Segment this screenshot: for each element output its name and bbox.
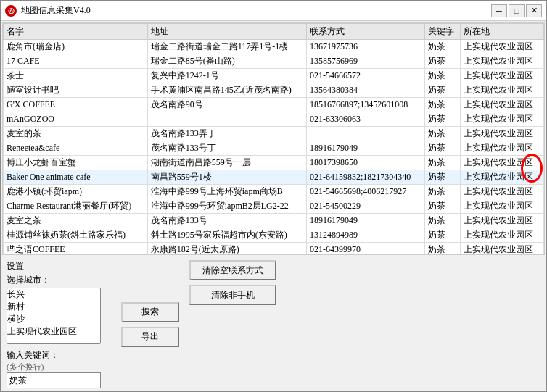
table-row[interactable]: G'X COFFEE茂名南路90号18516766897;13452601008… [4, 98, 544, 112]
city-option[interactable]: 新村 [7, 301, 100, 313]
maximize-button[interactable]: □ [509, 4, 525, 17]
table-cell: G'X COFFEE [4, 98, 148, 112]
table-cell: 上实现代农业园区 [460, 185, 543, 199]
window-title: 地图信息采集V4.0 [21, 4, 491, 17]
table-row[interactable]: 桂源铺丝袜奶茶(斜土路家乐福)斜土路1995号家乐福超市内(东安路)131248… [4, 228, 544, 243]
table-row[interactable]: 陋室设计书吧手术黄浦区南昌路145乙(近茂名南路)13564380384奶茶上实… [4, 83, 544, 98]
table-cell: 上实现代农业园区 [460, 54, 543, 69]
table-cell: mAnGOZOO [4, 112, 148, 127]
city-option[interactable]: 横沙 [7, 313, 100, 325]
city-select-group: 选择城市： 长兴新村横沙上实现代农业园区 [7, 274, 101, 345]
col-header-address: 地址 [147, 24, 306, 40]
left-buttons: 搜索 导出 [121, 260, 179, 388]
table-header-row: 名字 地址 联系方式 关键字 所在地 [4, 24, 544, 40]
table-row[interactable]: 鹿角市(瑞金店)瑞金二路街道瑞金二路117弄1号-1楼13671975736奶茶… [4, 40, 544, 54]
table-cell: 上实现代农业园区 [460, 170, 543, 185]
city-option[interactable]: 长兴 [7, 288, 100, 301]
export-button[interactable]: 导出 [121, 327, 179, 347]
table-cell: 021-54665698;4006217927 [306, 185, 424, 199]
table-cell [306, 127, 424, 141]
table-cell: 13564380384 [306, 83, 424, 98]
select-city-label: 选择城市： [7, 274, 101, 286]
table-cell: 陋室设计书吧 [4, 83, 148, 98]
table-cell: 茂名南路90号 [147, 98, 306, 112]
table-cell: 奶茶 [424, 127, 460, 141]
table-row[interactable]: 麦室之茶茂名南路133号18916179049奶茶上实现代农业园区 [4, 214, 544, 228]
table-cell: 茂名南路133号 [147, 214, 306, 228]
table-cell: 奶茶 [424, 228, 460, 243]
table-cell: 奶茶 [424, 243, 460, 256]
data-table-container[interactable]: 名字 地址 联系方式 关键字 所在地 鹿角市(瑞金店)瑞金二路街道瑞金二路117… [2, 22, 545, 255]
table-cell: 奶茶 [424, 170, 460, 185]
table-row[interactable]: Baker One animate cafe南昌路559号1楼021-64159… [4, 170, 544, 185]
table-cell: 奶茶 [424, 83, 460, 98]
table-cell: 湖南街道南昌路559号一层 [147, 156, 306, 170]
search-button[interactable]: 搜索 [121, 302, 179, 322]
table-cell: 上实现代农业园区 [460, 243, 543, 256]
table-cell: 奶茶 [424, 141, 460, 156]
table-cell: 上实现代农业园区 [460, 127, 543, 141]
col-header-keyword: 关键字 [424, 24, 460, 40]
clear-contact-button[interactable]: 清除空联系方式 [189, 260, 276, 280]
table-cell: 奶茶 [424, 199, 460, 214]
table-cell: 奶茶 [424, 54, 460, 69]
table-row[interactable]: 博庄小龙虾百宝蟹湖南街道南昌路559号一层18017398650奶茶上实现代农业… [4, 156, 544, 170]
city-select[interactable]: 长兴新村横沙上实现代农业园区 [7, 288, 101, 344]
table-cell: 上实现代农业园区 [460, 83, 543, 98]
table-cell: 18017398650 [306, 156, 424, 170]
table-cell: 淮海中路999号环贸iapmB2层LG2-22 [147, 199, 306, 214]
table-row[interactable]: Reneetea&cafe茂名南路133号丁18916179049奶茶上实现代农… [4, 141, 544, 156]
table-cell: 茶士 [4, 69, 148, 83]
table-cell: 上实现代农业园区 [460, 98, 543, 112]
keyword-input[interactable] [7, 372, 101, 388]
table-cell: 上实现代农业园区 [460, 199, 543, 214]
table-row[interactable]: 茶士复兴中路1242-1号021-54666572奶茶上实现代农业园区 [4, 69, 544, 83]
table-cell: 鹿港小镇(环贸iapm) [4, 185, 148, 199]
clear-mobile-button[interactable]: 清除非手机 [189, 285, 276, 305]
table-cell: 18516766897;13452601008 [306, 98, 424, 112]
table-cell: 上实现代农业园区 [460, 40, 543, 54]
table-cell: 哔之语COFFEE [4, 243, 148, 256]
col-header-contact: 联系方式 [306, 24, 424, 40]
bottom-panel: 设置 选择城市： 长兴新村横沙上实现代农业园区 输入关键词： (多个换行) 搜索… [1, 257, 546, 391]
table-cell: 上实现代农业园区 [460, 228, 543, 243]
table-row[interactable]: 哔之语COFFEE永康路182号(近太原路)021-64399970奶茶上实现代… [4, 243, 544, 256]
table-cell: 瑞金二路街道瑞金二路117弄1号-1楼 [147, 40, 306, 54]
table-cell: 17 CAFE [4, 54, 148, 69]
window-controls: ─ □ ✕ [491, 4, 542, 17]
table-row[interactable]: mAnGOZOO021-63306063奶茶上实现代农业园区 [4, 112, 544, 127]
table-cell: 复兴中路1242-1号 [147, 69, 306, 83]
table-cell: 13585756969 [306, 54, 424, 69]
table-cell: 奶茶 [424, 98, 460, 112]
app-icon: ◎ [5, 5, 17, 17]
table-cell: 上实现代农业园区 [460, 112, 543, 127]
table-row[interactable]: 17 CAFE瑞金二路85号(番山路)13585756969奶茶上实现代农业园区 [4, 54, 544, 69]
close-button[interactable]: ✕ [526, 4, 542, 17]
right-buttons: 清除空联系方式 清除非手机 [189, 260, 276, 388]
table-cell: 永康路182号(近太原路) [147, 243, 306, 256]
main-window: ◎ 地图信息采集V4.0 ─ □ ✕ 名字 地址 联系方式 关键字 所在地 [0, 0, 547, 392]
table-cell: 鹿角市(瑞金店) [4, 40, 148, 54]
table-cell: 奶茶 [424, 214, 460, 228]
col-header-name: 名字 [4, 24, 148, 40]
table-cell: Charme Restaurant港丽餐厅(环贸) [4, 199, 148, 214]
table-cell: 021-54500229 [306, 199, 424, 214]
table-row[interactable]: 麦室的茶茂名南路133弄丁奶茶上实现代农业园区 [4, 127, 544, 141]
table-cell: Reneetea&cafe [4, 141, 148, 156]
table-cell: 021-64399970 [306, 243, 424, 256]
table-cell: 手术黄浦区南昌路145乙(近茂名南路) [147, 83, 306, 98]
table-cell: 麦室的茶 [4, 127, 148, 141]
table-row[interactable]: 鹿港小镇(环贸iapm)淮海中路999号上海环贸iapm商场B021-54665… [4, 185, 544, 199]
table-cell: 上实现代农业园区 [460, 69, 543, 83]
minimize-button[interactable]: ─ [491, 4, 507, 17]
table-cell: 斜土路1995号家乐福超市内(东安路) [147, 228, 306, 243]
table-cell: 021-54666572 [306, 69, 424, 83]
table-cell: 桂源铺丝袜奶茶(斜土路家乐福) [4, 228, 148, 243]
table-cell: 淮海中路999号上海环贸iapm商场B [147, 185, 306, 199]
table-cell: 奶茶 [424, 156, 460, 170]
city-option[interactable]: 上实现代农业园区 [7, 325, 100, 338]
col-header-location: 所在地 [460, 24, 543, 40]
table-row[interactable]: Charme Restaurant港丽餐厅(环贸)淮海中路999号环贸iapmB… [4, 199, 544, 214]
table-cell: 上实现代农业园区 [460, 141, 543, 156]
table-cell: 奶茶 [424, 112, 460, 127]
